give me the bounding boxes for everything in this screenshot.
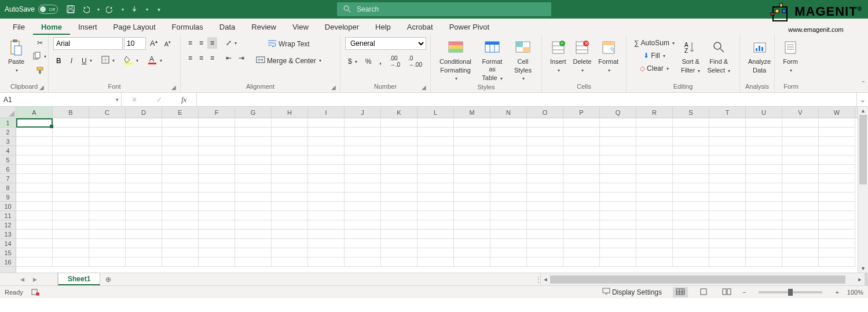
cell[interactable] xyxy=(490,174,527,183)
cell[interactable] xyxy=(490,183,527,193)
cell[interactable] xyxy=(709,137,746,146)
cell[interactable] xyxy=(709,211,746,220)
cell[interactable] xyxy=(490,202,527,211)
row-header[interactable]: 7 xyxy=(0,174,16,183)
cell[interactable] xyxy=(673,220,709,230)
cell[interactable] xyxy=(162,211,199,220)
cell[interactable] xyxy=(563,248,600,257)
cell[interactable] xyxy=(53,174,89,183)
insert-cells-button[interactable]: +Insert▾ xyxy=(547,37,570,75)
cell[interactable] xyxy=(89,118,126,128)
column-header[interactable]: N xyxy=(490,107,527,118)
cell[interactable] xyxy=(527,155,563,165)
cell[interactable] xyxy=(819,193,855,202)
cell[interactable] xyxy=(563,155,600,165)
row-header[interactable]: 9 xyxy=(0,193,16,202)
autosave[interactable]: AutoSave Off xyxy=(5,5,58,14)
cell[interactable] xyxy=(636,211,673,220)
sheet-next-icon[interactable]: ► xyxy=(32,275,39,284)
tab-home[interactable]: Home xyxy=(33,19,70,35)
cell[interactable] xyxy=(89,165,126,174)
cell[interactable] xyxy=(199,220,235,230)
cell[interactable] xyxy=(162,137,199,146)
cell[interactable] xyxy=(454,146,490,155)
cell[interactable] xyxy=(819,174,855,183)
cell[interactable] xyxy=(199,211,235,220)
find-dropdown-icon[interactable]: ▾ xyxy=(728,68,730,74)
align-center-button[interactable]: ≡ xyxy=(196,52,206,64)
cell[interactable] xyxy=(417,257,454,267)
search-input[interactable] xyxy=(357,5,545,13)
qat-customize-icon[interactable]: ▾ xyxy=(154,5,163,14)
cell[interactable] xyxy=(746,248,782,257)
cell[interactable] xyxy=(16,230,53,239)
cell[interactable] xyxy=(381,155,417,165)
cell[interactable] xyxy=(16,257,53,267)
cell[interactable] xyxy=(454,202,490,211)
cell[interactable] xyxy=(454,239,490,248)
display-settings-button[interactable]: Display Settings xyxy=(599,286,665,298)
cell[interactable] xyxy=(272,155,308,165)
cell[interactable] xyxy=(673,137,709,146)
fill-button[interactable]: ⬇Fill▾ xyxy=(631,50,677,61)
cell[interactable] xyxy=(600,202,636,211)
cell[interactable] xyxy=(16,174,53,183)
column-header[interactable]: Q xyxy=(600,107,636,118)
cell[interactable] xyxy=(162,193,199,202)
tab-page-layout[interactable]: Page Layout xyxy=(105,19,164,35)
cell[interactable] xyxy=(235,137,272,146)
cell[interactable] xyxy=(417,202,454,211)
cell[interactable] xyxy=(709,118,746,128)
column-header[interactable]: P xyxy=(563,107,600,118)
column-header[interactable]: B xyxy=(53,107,89,118)
cell[interactable] xyxy=(345,165,381,174)
orientation-button[interactable]: ⤢▾ xyxy=(223,37,240,49)
column-header[interactable]: V xyxy=(782,107,819,118)
cell[interactable] xyxy=(345,248,381,257)
row-header[interactable]: 8 xyxy=(0,183,16,193)
cell[interactable] xyxy=(527,193,563,202)
cell[interactable] xyxy=(417,146,454,155)
cell[interactable] xyxy=(89,193,126,202)
cell[interactable] xyxy=(126,183,162,193)
increase-indent-button[interactable]: ⇥ xyxy=(236,52,247,64)
cell[interactable] xyxy=(53,155,89,165)
cell[interactable] xyxy=(235,248,272,257)
percent-button[interactable]: % xyxy=(362,56,375,67)
tab-power-pivot[interactable]: Power Pivot xyxy=(441,19,497,35)
cell[interactable] xyxy=(636,137,673,146)
cell[interactable] xyxy=(235,211,272,220)
cell[interactable] xyxy=(417,230,454,239)
cell[interactable] xyxy=(673,155,709,165)
vscroll-thumb[interactable] xyxy=(859,115,867,184)
cell[interactable] xyxy=(345,137,381,146)
clear-button[interactable]: ◇Clear▾ xyxy=(631,63,677,74)
expand-formula-bar-icon[interactable]: ⌄ xyxy=(856,93,868,106)
sheet-nav[interactable]: ◄► xyxy=(0,273,58,285)
cell[interactable] xyxy=(235,174,272,183)
form-button[interactable]: Form▾ xyxy=(779,37,801,75)
column-header[interactable]: J xyxy=(345,107,381,118)
cell[interactable] xyxy=(600,174,636,183)
cell[interactable] xyxy=(126,257,162,267)
delete-dropdown-icon[interactable]: ▾ xyxy=(581,67,584,74)
cell[interactable] xyxy=(819,239,855,248)
cell[interactable] xyxy=(53,220,89,230)
cell[interactable] xyxy=(600,137,636,146)
cell[interactable] xyxy=(308,211,345,220)
cell[interactable] xyxy=(199,155,235,165)
cell[interactable] xyxy=(162,248,199,257)
cell[interactable] xyxy=(272,239,308,248)
cell[interactable] xyxy=(16,220,53,230)
decrease-font-button[interactable]: A▾ xyxy=(162,38,174,49)
cell[interactable] xyxy=(16,202,53,211)
cell[interactable] xyxy=(527,183,563,193)
cell[interactable] xyxy=(308,137,345,146)
cell[interactable] xyxy=(490,165,527,174)
cell[interactable] xyxy=(308,230,345,239)
cell[interactable] xyxy=(454,248,490,257)
cell[interactable] xyxy=(345,202,381,211)
row-header[interactable]: 3 xyxy=(0,137,16,146)
cell[interactable] xyxy=(746,202,782,211)
cell[interactable] xyxy=(53,239,89,248)
